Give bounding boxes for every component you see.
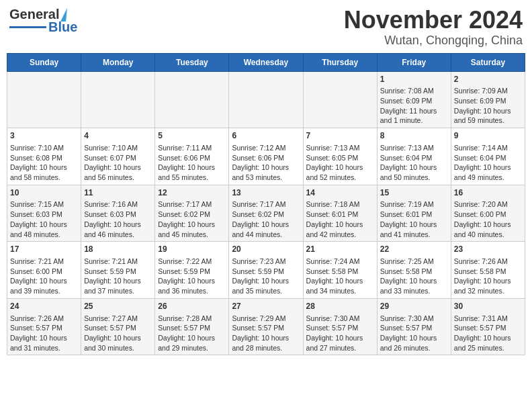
calendar-cell: 26Sunrise: 7:28 AMSunset: 5:57 PMDayligh… [155, 298, 229, 355]
day-info: Sunset: 6:09 PM [380, 96, 448, 106]
day-number: 22 [380, 244, 448, 255]
day-info: Sunrise: 7:25 AM [380, 257, 448, 267]
day-info: Sunrise: 7:26 AM [454, 257, 522, 267]
calendar-cell: 10Sunrise: 7:15 AMSunset: 6:03 PMDayligh… [7, 185, 81, 242]
week-row-4: 17Sunrise: 7:21 AMSunset: 6:00 PMDayligh… [7, 242, 525, 299]
day-info: Sunrise: 7:24 AM [306, 257, 374, 267]
day-info: Sunset: 6:07 PM [84, 153, 152, 163]
day-info: Sunset: 6:06 PM [232, 153, 300, 163]
calendar-cell: 11Sunrise: 7:16 AMSunset: 6:03 PMDayligh… [81, 185, 155, 242]
day-info: Sunset: 6:03 PM [84, 210, 152, 220]
day-number: 24 [10, 301, 78, 312]
calendar-cell: 14Sunrise: 7:18 AMSunset: 6:01 PMDayligh… [303, 185, 377, 242]
day-number: 15 [380, 187, 448, 199]
calendar-cell: 8Sunrise: 7:13 AMSunset: 6:04 PMDaylight… [377, 128, 451, 185]
day-number: 23 [454, 244, 522, 255]
day-number: 1 [380, 74, 448, 85]
day-info: Daylight: 10 hours and 53 minutes. [232, 163, 300, 182]
day-info: Sunrise: 7:14 AM [454, 143, 522, 153]
day-header-sunday: Sunday [7, 53, 81, 71]
calendar-cell: 15Sunrise: 7:19 AMSunset: 6:01 PMDayligh… [377, 185, 451, 242]
day-info: Sunset: 6:08 PM [10, 153, 78, 163]
day-number: 12 [158, 187, 226, 199]
day-info: Sunrise: 7:13 AM [306, 143, 374, 153]
day-info: Sunset: 5:58 PM [306, 267, 374, 277]
day-info: Sunset: 5:57 PM [232, 323, 300, 333]
calendar-cell [229, 71, 303, 128]
logo: General Blue [9, 7, 77, 35]
day-header-wednesday: Wednesday [229, 53, 303, 71]
day-info: Sunrise: 7:29 AM [232, 314, 300, 324]
header-row: SundayMondayTuesdayWednesdayThursdayFrid… [7, 53, 525, 71]
calendar-cell: 17Sunrise: 7:21 AMSunset: 6:00 PMDayligh… [7, 242, 81, 299]
day-number: 29 [380, 301, 448, 312]
day-info: Sunset: 6:03 PM [10, 210, 78, 220]
day-info: Daylight: 10 hours and 41 minutes. [380, 220, 448, 239]
calendar-cell [155, 71, 229, 128]
day-info: Sunrise: 7:28 AM [158, 314, 226, 324]
day-info: Daylight: 10 hours and 27 minutes. [306, 333, 374, 353]
calendar-cell: 6Sunrise: 7:12 AMSunset: 6:06 PMDaylight… [229, 128, 303, 185]
calendar-cell: 2Sunrise: 7:09 AMSunset: 6:09 PMDaylight… [451, 71, 525, 128]
day-number: 26 [158, 301, 226, 312]
day-info: Sunset: 6:01 PM [380, 210, 448, 220]
day-info: Sunrise: 7:21 AM [84, 257, 152, 267]
day-header-friday: Friday [377, 53, 451, 71]
day-info: Sunset: 5:58 PM [380, 267, 448, 277]
day-info: Sunrise: 7:17 AM [158, 199, 226, 210]
day-info: Sunset: 6:00 PM [454, 210, 522, 220]
day-info: Daylight: 10 hours and 35 minutes. [232, 276, 300, 295]
location-title: Wutan, Chongqing, China [344, 34, 523, 48]
day-number: 9 [454, 130, 522, 142]
day-info: Daylight: 10 hours and 44 minutes. [232, 220, 300, 239]
month-title: November 2024 [344, 7, 523, 34]
day-info: Daylight: 10 hours and 33 minutes. [380, 276, 448, 295]
calendar-cell [7, 71, 81, 128]
day-number: 30 [454, 301, 522, 312]
calendar-cell: 19Sunrise: 7:22 AMSunset: 5:59 PMDayligh… [155, 242, 229, 299]
day-number: 5 [158, 130, 226, 142]
week-row-3: 10Sunrise: 7:15 AMSunset: 6:03 PMDayligh… [7, 185, 525, 242]
day-number: 18 [84, 244, 152, 255]
calendar-cell: 24Sunrise: 7:26 AMSunset: 5:57 PMDayligh… [7, 298, 81, 355]
calendar-cell: 12Sunrise: 7:17 AMSunset: 6:02 PMDayligh… [155, 185, 229, 242]
day-info: Sunset: 6:02 PM [232, 210, 300, 220]
day-info: Sunset: 5:58 PM [454, 267, 522, 277]
day-number: 7 [306, 130, 374, 142]
calendar-table: SundayMondayTuesdayWednesdayThursdayFrid… [7, 53, 525, 356]
day-info: Sunset: 6:06 PM [158, 153, 226, 163]
day-info: Sunset: 6:01 PM [306, 210, 374, 220]
calendar-cell: 1Sunrise: 7:08 AMSunset: 6:09 PMDaylight… [377, 71, 451, 128]
day-number: 8 [380, 130, 448, 142]
week-row-1: 1Sunrise: 7:08 AMSunset: 6:09 PMDaylight… [7, 71, 525, 128]
day-info: Daylight: 10 hours and 55 minutes. [158, 163, 226, 182]
title-block: November 2024 Wutan, Chongqing, China [344, 7, 523, 48]
day-info: Daylight: 10 hours and 25 minutes. [454, 333, 522, 353]
calendar-cell: 5Sunrise: 7:11 AMSunset: 6:06 PMDaylight… [155, 128, 229, 185]
calendar-cell: 4Sunrise: 7:10 AMSunset: 6:07 PMDaylight… [81, 128, 155, 185]
day-info: Sunset: 5:59 PM [158, 267, 226, 277]
calendar-cell: 23Sunrise: 7:26 AMSunset: 5:58 PMDayligh… [451, 242, 525, 299]
day-info: Daylight: 10 hours and 40 minutes. [454, 220, 522, 239]
day-info: Sunrise: 7:15 AM [10, 199, 78, 210]
day-info: Daylight: 10 hours and 30 minutes. [84, 333, 152, 353]
day-number: 10 [10, 187, 78, 199]
day-number: 21 [306, 244, 374, 255]
calendar-cell: 29Sunrise: 7:30 AMSunset: 5:57 PMDayligh… [377, 298, 451, 355]
day-info: Daylight: 10 hours and 36 minutes. [158, 276, 226, 295]
day-info: Sunset: 5:59 PM [84, 267, 152, 277]
day-info: Sunset: 5:57 PM [306, 323, 374, 333]
day-info: Daylight: 11 hours and 1 minute. [380, 106, 448, 126]
day-number: 14 [306, 187, 374, 199]
day-info: Sunset: 6:05 PM [306, 153, 374, 163]
day-info: Sunset: 5:57 PM [10, 323, 78, 333]
day-info: Sunset: 5:57 PM [84, 323, 152, 333]
day-info: Daylight: 10 hours and 37 minutes. [84, 276, 152, 295]
day-info: Sunrise: 7:19 AM [380, 199, 448, 210]
day-number: 28 [306, 301, 374, 312]
day-info: Daylight: 10 hours and 49 minutes. [454, 163, 522, 182]
calendar-cell [81, 71, 155, 128]
day-info: Sunset: 5:59 PM [232, 267, 300, 277]
day-number: 3 [10, 130, 78, 142]
day-number: 4 [84, 130, 152, 142]
